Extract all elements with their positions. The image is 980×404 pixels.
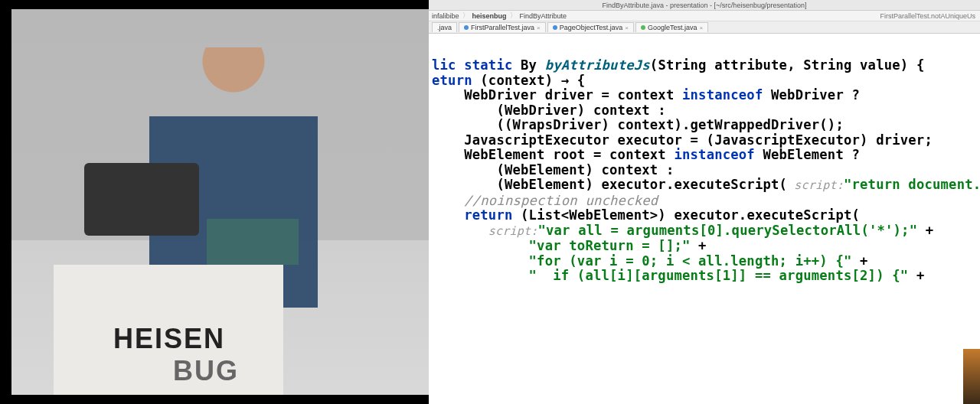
code-token: +	[917, 223, 933, 238]
code-token	[432, 207, 464, 223]
chevron-right-icon: 〉	[462, 11, 469, 21]
presenter-camera-pane: HEISEN BUG	[11, 9, 429, 395]
code-token: "for (var i = 0; i < all.length; i++) {"	[432, 253, 851, 269]
code-token: byAttributeJs	[545, 57, 650, 73]
code-token: +	[691, 238, 707, 253]
code-token: +	[908, 268, 924, 283]
code-token: lic	[432, 57, 464, 73]
right-status-text: FirstParallelTest.notAUniqueUs	[880, 12, 975, 20]
code-token: "var all = arguments[0].querySelectorAll…	[537, 223, 917, 238]
breadcrumb-seg[interactable]: infalibibe	[432, 12, 459, 20]
code-editor[interactable]: lic static By byAttributeJs(String attri…	[429, 34, 980, 340]
close-icon[interactable]: ×	[699, 24, 703, 31]
breadcrumb[interactable]: infalibibe 〉 heisenbug 〉 FindByAttribute…	[429, 11, 980, 21]
editor-tab[interactable]: PageObjectTest.java ×	[547, 22, 634, 32]
breadcrumb-seg[interactable]: heisenbug	[472, 12, 507, 20]
code-comment: //noinspection unchecked	[432, 193, 658, 208]
close-icon[interactable]: ×	[537, 24, 541, 31]
tab-label: PageObjectTest.java	[560, 24, 623, 31]
code-token: (List<WebElement>) executor.executeScrip…	[521, 207, 860, 223]
code-token: (context) → {	[480, 73, 585, 88]
podium: HEISEN BUG	[54, 265, 283, 395]
podium-shelf	[207, 219, 299, 265]
code-hint: script:	[787, 178, 844, 192]
editor-tab[interactable]: GoogleTest.java ×	[635, 22, 708, 32]
chevron-right-icon: 〉	[510, 11, 517, 21]
logo-line-1: HEISEN	[113, 323, 239, 355]
editor-tab[interactable]: FirstParallelTest.java ×	[459, 22, 546, 32]
tab-label: .java	[437, 24, 452, 31]
editor-tabs: .java FirstParallelTest.java × PageObjec…	[429, 21, 980, 34]
ide-window: FindByAttribute.java - presentation - [~…	[429, 0, 980, 404]
tab-label: GoogleTest.java	[648, 24, 697, 31]
class-icon	[641, 25, 645, 30]
code-token: WebDriver ?	[771, 87, 860, 103]
code-token: (WebElement) context :	[432, 162, 674, 178]
tab-label: FirstParallelTest.java	[471, 24, 534, 31]
code-token: JavascriptExecutor executor = (Javascrip…	[432, 132, 933, 148]
code-token: WebElement ?	[763, 147, 860, 162]
conference-logo: HEISEN BUG	[113, 323, 239, 387]
code-token: WebDriver driver = context	[432, 87, 682, 103]
camera-feed: HEISEN BUG	[11, 9, 429, 395]
code-token: "return document.documen	[844, 177, 980, 192]
breadcrumb-seg[interactable]: FindByAttribute	[520, 12, 567, 20]
code-hint: script:	[432, 224, 537, 238]
desktop-wallpaper-sliver	[963, 349, 980, 404]
code-token: By	[521, 57, 545, 73]
logo-line-2: BUG	[113, 355, 239, 387]
editor-tab[interactable]: .java	[432, 22, 457, 32]
code-token: ((WrapsDriver) context).getWrappedDriver…	[432, 117, 844, 132]
code-token: return	[464, 207, 521, 223]
code-token: (WebDriver) context :	[432, 103, 666, 118]
code-token: static	[464, 57, 521, 73]
close-icon[interactable]: ×	[625, 24, 629, 31]
code-token: instanceof	[682, 87, 771, 103]
class-icon	[553, 25, 557, 30]
code-token: (WebElement) executor.executeScript(	[432, 177, 787, 192]
presenter-laptop	[84, 163, 199, 236]
code-token: WebElement root = context	[432, 147, 674, 162]
code-token: (String attribute, String value) {	[650, 57, 925, 73]
code-token: +	[851, 253, 867, 269]
class-icon	[464, 25, 469, 30]
code-token: " if (all[i][arguments[1]] == arguments[…	[432, 268, 908, 283]
code-token: instanceof	[674, 147, 763, 162]
code-token: "var toReturn = [];"	[432, 238, 691, 253]
code-token: eturn	[432, 73, 480, 88]
ide-titlebar: FindByAttribute.java - presentation - [~…	[429, 0, 980, 11]
